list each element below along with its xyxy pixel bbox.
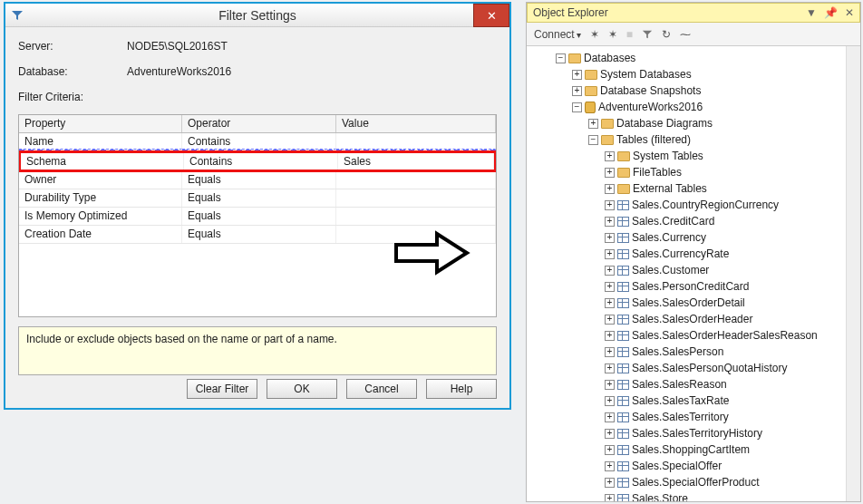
- tree-node-table[interactable]: +Sales.CurrencyRate: [528, 246, 858, 262]
- stop-icon[interactable]: ✶: [608, 28, 617, 41]
- folder-icon: [617, 184, 630, 194]
- dropdown-icon[interactable]: ▼: [806, 6, 817, 19]
- header-property[interactable]: Property: [19, 115, 182, 132]
- button-bar: Clear Filter OK Cancel Help: [187, 379, 497, 399]
- tree-node-filetables[interactable]: +FileTables: [528, 164, 858, 180]
- tree-node-external-tables[interactable]: +External Tables: [528, 180, 858, 197]
- table-icon: [617, 200, 629, 210]
- grid-row-schema[interactable]: Schema Contains Sales: [18, 150, 497, 172]
- close-icon[interactable]: ✕: [845, 6, 854, 19]
- object-tree[interactable]: −Databases +System Databases +Database S…: [527, 46, 860, 501]
- table-icon: [617, 249, 629, 259]
- grid-header: Property Operator Value: [19, 115, 496, 133]
- table-icon: [617, 298, 629, 308]
- table-icon: [617, 266, 629, 276]
- table-icon: [617, 380, 629, 390]
- disconnect-icon[interactable]: ✶: [590, 28, 599, 41]
- panel-title-text: Object Explorer: [533, 6, 608, 19]
- header-operator[interactable]: Operator: [182, 115, 336, 132]
- database-label: Database:: [18, 65, 127, 78]
- tree-node-table[interactable]: +Sales.SalesOrderHeader: [528, 311, 858, 327]
- tree-node-table[interactable]: +Sales.Currency: [528, 229, 858, 246]
- tree-node-table[interactable]: +Sales.SalesReason: [528, 376, 858, 393]
- database-value: AdventureWorks2016: [127, 65, 231, 78]
- help-button[interactable]: Help: [426, 379, 497, 399]
- folder-icon: [617, 168, 630, 178]
- panel-toolbar: Connect ✶ ✶ ■ ↻ ⁓: [527, 23, 860, 46]
- grid-row-owner[interactable]: Owner Equals: [19, 171, 496, 189]
- tree-node-table[interactable]: +Sales.CountryRegionCurrency: [528, 197, 858, 213]
- table-icon: [617, 315, 629, 325]
- tree-node-system-databases[interactable]: +System Databases: [528, 66, 858, 82]
- tree-node-table[interactable]: +Sales.Customer: [528, 262, 858, 278]
- cancel-button[interactable]: Cancel: [346, 379, 417, 399]
- tree-node-table[interactable]: +Sales.Store: [528, 490, 858, 501]
- dialog-title: Filter Settings: [5, 8, 509, 23]
- tree-node-table[interactable]: +Sales.SpecialOfferProduct: [528, 474, 858, 490]
- activity-icon[interactable]: ⁓: [680, 28, 691, 41]
- header-value[interactable]: Value: [336, 115, 496, 132]
- folder-icon: [585, 70, 597, 80]
- database-icon: [585, 102, 596, 113]
- folder-icon: [617, 151, 630, 161]
- close-button[interactable]: ✕: [473, 4, 509, 27]
- tree-node-table[interactable]: +Sales.SalesPersonQuotaHistory: [528, 360, 858, 376]
- folder-icon: [568, 53, 581, 63]
- scrollbar[interactable]: [846, 46, 860, 501]
- titlebar[interactable]: Filter Settings ✕: [5, 4, 509, 27]
- folder-icon: [585, 86, 597, 96]
- table-icon: [617, 461, 629, 471]
- folder-icon: [601, 119, 614, 129]
- object-explorer-panel: Object Explorer ▼ 📌 ✕ Connect ✶ ✶ ■ ↻ ⁓ …: [526, 2, 861, 502]
- criteria-label: Filter Criteria:: [18, 91, 127, 103]
- table-icon: [617, 445, 629, 455]
- clear-filter-button[interactable]: Clear Filter: [187, 379, 257, 399]
- tree-node-table[interactable]: +Sales.CreditCard: [528, 213, 858, 229]
- tree-node-table[interactable]: +Sales.PersonCreditCard: [528, 278, 858, 295]
- grid-row-name[interactable]: Name Contains: [19, 133, 496, 151]
- connect-dropdown[interactable]: Connect: [534, 28, 581, 41]
- pin-icon[interactable]: 📌: [824, 6, 838, 19]
- tree-node-diagrams[interactable]: +Database Diagrams: [528, 115, 858, 131]
- table-icon: [617, 494, 629, 502]
- tree-node-tables-filtered[interactable]: −Tables (filtered): [528, 131, 858, 148]
- filter-icon[interactable]: [642, 29, 653, 40]
- table-icon: [617, 347, 629, 357]
- filter-settings-dialog: Filter Settings ✕ Server:NODE5\SQL2016ST…: [4, 2, 511, 410]
- refresh-icon[interactable]: ↻: [662, 28, 671, 41]
- grid-row-memory[interactable]: Is Memory Optimized Equals: [19, 208, 496, 226]
- criteria-grid: Property Operator Value Name Contains Sc…: [18, 114, 497, 317]
- tree-node-table[interactable]: +Sales.SalesOrderHeaderSalesReason: [528, 327, 858, 344]
- tree-node-table[interactable]: +Sales.SalesTerritoryHistory: [528, 425, 858, 441]
- tree-node-table[interactable]: +Sales.SalesOrderDetail: [528, 295, 858, 311]
- tree-node-table[interactable]: +Sales.SalesTaxRate: [528, 393, 858, 409]
- table-icon: [617, 217, 629, 227]
- tree-node-table[interactable]: +Sales.ShoppingCartItem: [528, 441, 858, 458]
- grid-row-durability[interactable]: Durability Type Equals: [19, 189, 496, 208]
- tree-node-table[interactable]: +Sales.SalesTerritory: [528, 409, 858, 425]
- server-value: NODE5\SQL2016ST: [127, 40, 228, 53]
- grid-row-creation[interactable]: Creation Date Equals: [19, 226, 496, 244]
- tree-node-table[interactable]: +Sales.SpecialOffer: [528, 458, 858, 474]
- tree-node-system-tables[interactable]: +System Tables: [528, 148, 858, 164]
- tree-node-table[interactable]: +Sales.SalesPerson: [528, 344, 858, 360]
- tree-node-adventureworks[interactable]: −AdventureWorks2016: [528, 99, 858, 115]
- table-icon: [617, 396, 629, 406]
- table-icon: [617, 233, 629, 243]
- table-icon: [617, 363, 629, 373]
- table-icon: [617, 429, 629, 439]
- tree-node-snapshots[interactable]: +Database Snapshots: [528, 82, 858, 99]
- server-label: Server:: [18, 40, 127, 53]
- table-icon: [617, 478, 629, 488]
- folder-icon: [601, 135, 614, 145]
- description-box: Include or exclude objects based on the …: [18, 326, 497, 375]
- sep-icon: ■: [626, 28, 633, 41]
- table-icon: [617, 282, 629, 292]
- ok-button[interactable]: OK: [267, 379, 337, 399]
- table-icon: [617, 412, 629, 422]
- table-icon: [617, 331, 629, 341]
- panel-titlebar[interactable]: Object Explorer ▼ 📌 ✕: [527, 3, 860, 23]
- tree-node-databases[interactable]: −Databases: [528, 50, 858, 66]
